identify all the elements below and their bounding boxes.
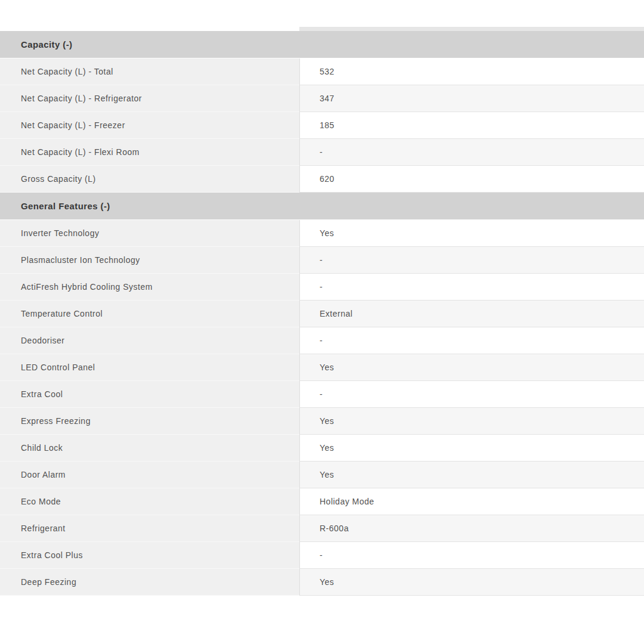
spec-value-cell: - <box>299 327 644 354</box>
spec-label-cell: Net Capacity (L) - Flexi Room <box>0 139 299 166</box>
spec-label-cell: Deodoriser <box>0 327 299 354</box>
table-row: Express FreezingYes <box>0 408 644 435</box>
spec-value-cell: R-600a <box>299 515 644 542</box>
spec-value-cell: 532 <box>299 58 644 85</box>
spec-value-cell: Yes <box>299 462 644 488</box>
spec-value-cell: Yes <box>299 220 644 247</box>
previous-row-remnant-label-area <box>0 27 299 31</box>
spec-value-cell: Yes <box>299 435 644 462</box>
spec-value-cell: Holiday Mode <box>299 488 644 515</box>
spec-value-cell: - <box>299 139 644 166</box>
spec-value-cell: - <box>299 247 644 274</box>
table-row: Net Capacity (L) - Flexi Room- <box>0 139 644 166</box>
spec-label-cell: Temperature Control <box>0 301 299 327</box>
previous-row-remnant-value-area <box>299 27 644 31</box>
spec-label-cell: Door Alarm <box>0 462 299 488</box>
table-row: Extra Cool Plus- <box>0 542 644 569</box>
spec-label-cell: Gross Capacity (L) <box>0 166 299 193</box>
spec-label-cell: Deep Feezing <box>0 569 299 596</box>
spec-value-cell: - <box>299 542 644 569</box>
spec-label-cell: Express Freezing <box>0 408 299 435</box>
spec-table: Capacity (-)Net Capacity (L) - Total532N… <box>0 31 644 596</box>
spec-value-cell: 620 <box>299 166 644 193</box>
spec-label-cell: Net Capacity (L) - Total <box>0 58 299 85</box>
table-row: Eco ModeHoliday Mode <box>0 488 644 515</box>
spec-value-cell: 185 <box>299 112 644 139</box>
table-row: Extra Cool- <box>0 381 644 408</box>
spec-value-cell: 347 <box>299 85 644 112</box>
table-row: Net Capacity (L) - Freezer185 <box>0 112 644 139</box>
spec-value-cell: Yes <box>299 569 644 596</box>
spec-label-cell: Plasmacluster Ion Technology <box>0 247 299 274</box>
table-row: LED Control PanelYes <box>0 354 644 381</box>
spec-label-cell: Child Lock <box>0 435 299 462</box>
spec-value-cell: External <box>299 301 644 327</box>
spec-label-cell: Net Capacity (L) - Refrigerator <box>0 85 299 112</box>
spec-label-cell: LED Control Panel <box>0 354 299 381</box>
spec-page: Capacity (-)Net Capacity (L) - Total532N… <box>0 0 644 643</box>
table-row: ActiFresh Hybrid Cooling System- <box>0 274 644 301</box>
table-row: Plasmacluster Ion Technology- <box>0 247 644 274</box>
table-row: Door AlarmYes <box>0 462 644 488</box>
spec-value-cell: - <box>299 381 644 408</box>
bottom-whitespace <box>0 596 644 643</box>
spec-label-cell: Extra Cool <box>0 381 299 408</box>
table-row: Inverter TechnologyYes <box>0 220 644 247</box>
table-row: Net Capacity (L) - Refrigerator347 <box>0 85 644 112</box>
spec-label-cell: Inverter Technology <box>0 220 299 247</box>
spec-value-cell: Yes <box>299 354 644 381</box>
table-row: Deep FeezingYes <box>0 569 644 596</box>
spec-value-cell: Yes <box>299 408 644 435</box>
previous-row-remnant <box>0 27 644 31</box>
table-row: Net Capacity (L) - Total532 <box>0 58 644 85</box>
spec-label-cell: Extra Cool Plus <box>0 542 299 569</box>
table-row: Deodoriser- <box>0 327 644 354</box>
table-row: Temperature ControlExternal <box>0 301 644 327</box>
table-row: Child LockYes <box>0 435 644 462</box>
spec-label-cell: ActiFresh Hybrid Cooling System <box>0 274 299 301</box>
section-header-general-features[interactable]: General Features (-) <box>0 193 644 220</box>
spec-label-cell: Net Capacity (L) - Freezer <box>0 112 299 139</box>
section-header-capacity[interactable]: Capacity (-) <box>0 31 644 58</box>
table-row: Gross Capacity (L)620 <box>0 166 644 193</box>
spec-value-cell: - <box>299 274 644 301</box>
table-row: RefrigerantR-600a <box>0 515 644 542</box>
spec-label-cell: Refrigerant <box>0 515 299 542</box>
top-whitespace <box>0 0 644 27</box>
spec-label-cell: Eco Mode <box>0 488 299 515</box>
